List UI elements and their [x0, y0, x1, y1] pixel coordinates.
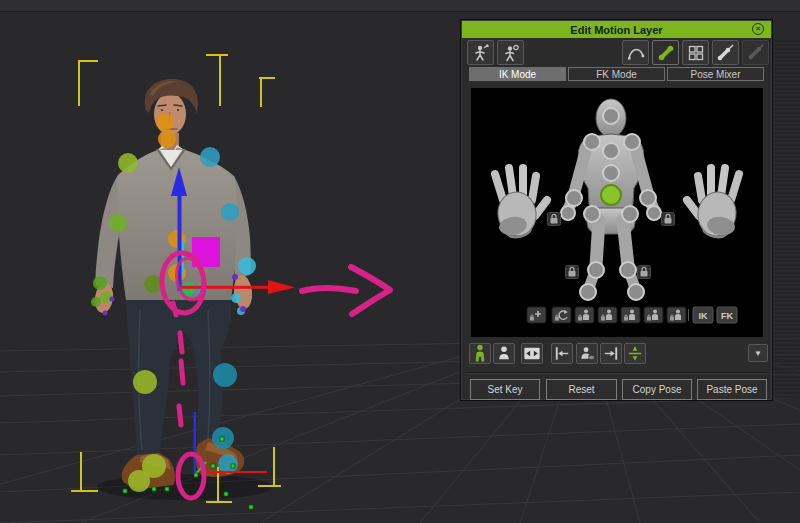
viewport-tiny-dot[interactable]: [103, 311, 108, 316]
viewport-keyframe-dot[interactable]: [249, 505, 253, 509]
viewport-joint-dot[interactable]: [133, 370, 157, 394]
viewport-joint-dot[interactable]: [213, 363, 237, 387]
viewport-keyframe-dot[interactable]: [220, 437, 224, 441]
diagram-joint-selected[interactable]: [601, 185, 621, 205]
viewport-tiny-dot[interactable]: [110, 297, 115, 302]
snap-right-button[interactable]: [600, 343, 622, 364]
viewport-joint-dot[interactable]: [91, 297, 101, 307]
diagram-joint[interactable]: [603, 108, 619, 124]
ik-constraint-button-4[interactable]: [598, 307, 617, 323]
translate-body-part-button[interactable]: [467, 40, 494, 65]
gizmo-display-button[interactable]: [682, 40, 709, 65]
viewport-joint-dot[interactable]: [200, 147, 220, 167]
diagram-joint[interactable]: [640, 190, 656, 206]
upper-body-mode-button[interactable]: [493, 343, 515, 364]
full-body-mode-button[interactable]: [469, 343, 491, 364]
foot-gizmo-z[interactable]: [194, 412, 197, 473]
diagram-joint[interactable]: [588, 262, 604, 278]
viewport-keyframe-dot[interactable]: [165, 487, 169, 491]
person-reach-button[interactable]: [576, 343, 598, 364]
lock-icon[interactable]: [638, 266, 651, 279]
expand-panel-button[interactable]: ▼: [748, 344, 768, 362]
viewport-joint-dot[interactable]: [158, 130, 176, 148]
diagram-joint[interactable]: [566, 190, 582, 206]
foot-gizmo-x[interactable]: [196, 471, 267, 473]
diagram-mini-buttons[interactable]: [527, 307, 686, 323]
set-key-button[interactable]: Set Key: [470, 379, 540, 400]
diagram-joint[interactable]: [647, 206, 661, 220]
viewport-joint-dot[interactable]: [93, 276, 107, 290]
rotate-body-part-button[interactable]: [497, 40, 524, 65]
body-part-diagram[interactable]: IK FK: [471, 88, 763, 337]
viewport-joint-dot[interactable]: [231, 293, 241, 303]
tab-fk-mode[interactable]: FK Mode: [568, 67, 665, 81]
footer-separator: [466, 372, 767, 374]
right-hand-diagram[interactable]: [687, 168, 739, 238]
lock-icon[interactable]: [662, 213, 675, 226]
viewport-joint-dot[interactable]: [238, 257, 256, 275]
viewport-keyframe-dot[interactable]: [152, 487, 156, 491]
curve-tool-button[interactable]: [622, 40, 649, 65]
edit-bone-button[interactable]: [712, 40, 739, 65]
diagram-joint[interactable]: [628, 284, 644, 300]
ik-constraint-button-1[interactable]: [527, 307, 546, 323]
selection-bracket: [78, 60, 80, 106]
selection-bracket: [80, 452, 82, 492]
viewport-joint-dot[interactable]: [109, 214, 127, 232]
ik-constraint-button-7[interactable]: [667, 307, 686, 323]
person-small-icon: [577, 343, 597, 364]
bone-edit-mode-button[interactable]: [652, 40, 679, 65]
snap-left-button[interactable]: [551, 343, 573, 364]
lock-icon[interactable]: [548, 213, 561, 226]
tab-pose-mixer[interactable]: Pose Mixer: [667, 67, 764, 81]
mirror-pose-button[interactable]: [521, 343, 543, 364]
viewport-joint-dot[interactable]: [118, 153, 138, 173]
viewport-keyframe-dot[interactable]: [224, 492, 228, 496]
diagram-joint[interactable]: [603, 165, 619, 181]
left-hand-diagram[interactable]: [495, 168, 547, 238]
diagram-joint[interactable]: [624, 134, 640, 150]
selection-bracket: [260, 77, 262, 107]
ik-button[interactable]: IK: [693, 307, 713, 323]
viewport-joint-dot[interactable]: [156, 113, 174, 131]
center-align-button[interactable]: [624, 343, 646, 364]
arrow-annotation: [302, 288, 356, 291]
viewport-keyframe-dot[interactable]: [123, 489, 127, 493]
bar-arrow-right-icon: [601, 343, 621, 364]
diagram-joint[interactable]: [620, 262, 636, 278]
selection-bracket: [258, 485, 281, 487]
ik-constraint-button-6[interactable]: [644, 307, 663, 323]
paste-pose-button[interactable]: Paste Pose: [697, 379, 767, 400]
viewport-joint-dot[interactable]: [128, 470, 150, 492]
close-icon[interactable]: ×: [752, 23, 764, 35]
selection-bracket: [71, 490, 98, 492]
copy-pose-button[interactable]: Copy Pose: [622, 379, 692, 400]
viewport-joint-dot[interactable]: [221, 203, 239, 221]
viewport-keyframe-dot[interactable]: [211, 464, 215, 468]
gizmo-x-axis-arrow[interactable]: [182, 286, 268, 289]
diagram-joint[interactable]: [603, 143, 619, 159]
ik-constraint-button-3[interactable]: [575, 307, 594, 323]
viewport-keyframe-dot[interactable]: [231, 464, 235, 468]
ik-constraint-button-2[interactable]: [552, 307, 571, 323]
vertical-center-icon: [625, 343, 645, 364]
person-rotate-icon: [501, 43, 521, 63]
svg-text:IK: IK: [699, 311, 709, 321]
viewport-joint-dot[interactable]: [100, 291, 112, 303]
fk-button[interactable]: FK: [717, 307, 737, 323]
viewport-tiny-dot[interactable]: [240, 306, 246, 312]
tab-ik-mode[interactable]: IK Mode: [469, 67, 566, 81]
diagram-joint[interactable]: [584, 206, 600, 222]
viewport-tiny-dot[interactable]: [232, 274, 238, 280]
viewport-keyframe-dot[interactable]: [194, 473, 198, 477]
ik-constraint-button-5[interactable]: [621, 307, 640, 323]
diagram-joint[interactable]: [561, 206, 575, 220]
diagram-joint[interactable]: [584, 134, 600, 150]
lock-icon[interactable]: [566, 266, 579, 279]
reset-button[interactable]: Reset: [546, 379, 617, 400]
diagram-joint[interactable]: [622, 206, 638, 222]
diagram-joint[interactable]: [580, 284, 596, 300]
selection-bracket: [206, 54, 228, 56]
panel-titlebar[interactable]: Edit Motion Layer ×: [462, 21, 771, 38]
viewport-joint-dot[interactable]: [144, 275, 162, 293]
